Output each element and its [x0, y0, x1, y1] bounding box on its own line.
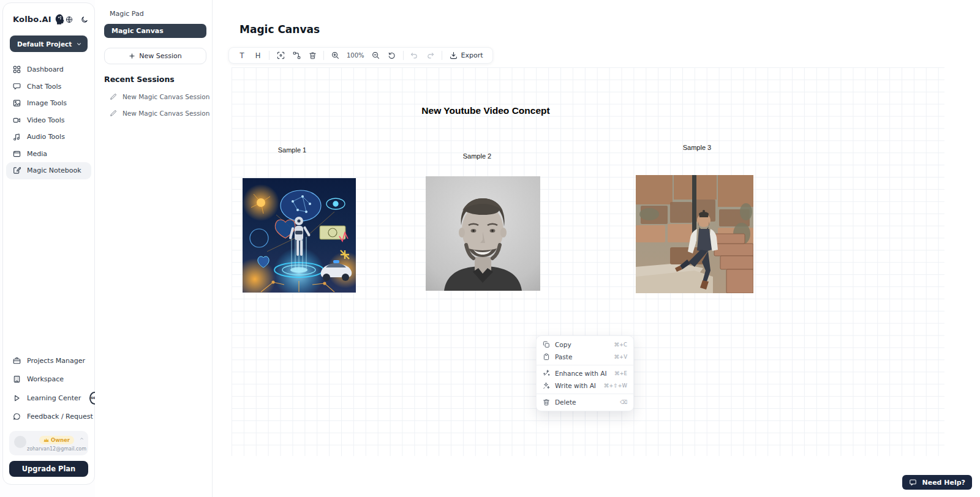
session-item-label: New Magic Canvas Session — [123, 93, 209, 100]
canvas-toolbar: T H 100% Export — [228, 47, 493, 64]
dark-mode-moon-icon[interactable] — [81, 16, 88, 23]
rotate-icon — [388, 51, 396, 59]
menu-item-label: Paste — [555, 353, 572, 361]
sidebar-item-feedback-request[interactable]: Feedback / Request — [3, 408, 94, 427]
tab-magic-pad[interactable]: Magic Pad — [95, 0, 212, 18]
sample-2-label[interactable]: Sample 2 — [456, 152, 499, 160]
sidebar-item-video-tools[interactable]: Video Tools — [3, 112, 94, 129]
menu-item-enhance-with-ai[interactable]: Enhance with AI ⌘+E — [537, 367, 633, 379]
role-badge-label: Owner — [51, 437, 70, 443]
sample-2-image[interactable] — [426, 176, 540, 291]
delete-tool-button[interactable] — [305, 49, 320, 62]
sidebar-item-audio-tools[interactable]: Audio Tools — [3, 129, 94, 146]
play-icon — [13, 394, 21, 402]
toolbar-divider — [442, 51, 442, 60]
trash-icon — [309, 51, 317, 59]
menu-divider — [537, 394, 633, 394]
user-card[interactable]: Owner zoharvan12@gmail.com — [9, 431, 88, 455]
user-menu-chevron-icon — [80, 436, 84, 441]
menu-item-label: Enhance with AI — [555, 370, 607, 377]
sidebar-item-dashboard[interactable]: Dashboard — [3, 61, 94, 78]
magic-wand-icon — [543, 370, 550, 377]
trash-icon — [543, 398, 550, 406]
role-badge: Owner — [39, 436, 74, 444]
sample-3-image[interactable] — [636, 175, 753, 293]
session-item[interactable]: New Magic Canvas Session — [110, 110, 212, 117]
need-help-button[interactable]: Need Help? — [902, 475, 972, 490]
menu-item-paste[interactable]: Paste ⌘+V — [537, 351, 633, 363]
page-title: Magic Canvas — [239, 23, 320, 36]
menu-item-label: Delete — [555, 398, 576, 406]
menu-item-copy[interactable]: Copy ⌘+C — [537, 338, 633, 351]
select-icon — [277, 51, 285, 59]
toolbar-divider — [269, 51, 270, 60]
export-button[interactable]: Export — [446, 51, 487, 59]
canvas-grid[interactable]: New Youtube Video Concept Sample 1 Sampl… — [232, 67, 944, 456]
menu-shortcut: ⌘+C — [614, 342, 627, 348]
menu-shortcut: ⌫ — [620, 399, 627, 405]
menu-shortcut: ⌘+V — [614, 354, 627, 360]
tab-magic-canvas[interactable]: Magic Canvas — [104, 24, 206, 38]
notebook-icon — [13, 166, 21, 174]
sidebar-item-magic-notebook[interactable]: Magic Notebook — [6, 162, 91, 179]
session-item[interactable]: New Magic Canvas Session — [110, 93, 212, 100]
dashboard-icon — [13, 65, 21, 73]
sample-1-label[interactable]: Sample 1 — [271, 146, 314, 154]
tab-magic-canvas-label: Magic Canvas — [111, 27, 164, 35]
clipboard-icon — [543, 353, 550, 361]
sidebar-item-workspace[interactable]: Workspace — [3, 370, 94, 389]
toolbar-divider — [403, 51, 404, 60]
menu-item-delete[interactable]: Delete ⌫ — [537, 396, 633, 408]
recent-sessions-heading: Recent Sessions — [104, 75, 212, 84]
sample-3-label[interactable]: Sample 3 — [676, 144, 718, 151]
menu-item-write-with-ai[interactable]: Write with AI ⌘+⇧+W — [537, 379, 633, 392]
sidebar-item-image-tools[interactable]: Image Tools — [3, 95, 94, 112]
context-menu: Copy ⌘+C Paste ⌘+V Enhance with AI ⌘+E W… — [536, 335, 634, 411]
logo-row: Kolbo.AI — [3, 3, 94, 25]
heading-tool-button[interactable]: H — [251, 49, 265, 62]
audio-icon — [13, 133, 21, 141]
menu-item-label: Copy — [555, 341, 571, 348]
zoom-in-button[interactable] — [328, 49, 342, 62]
redo-icon — [426, 51, 434, 59]
building-icon — [13, 375, 21, 383]
main-area: Magic Canvas T H 100% — [213, 0, 980, 497]
ai-collage-illustration — [243, 178, 356, 293]
reset-view-button[interactable] — [385, 49, 399, 62]
upgrade-plan-label: Upgrade Plan — [22, 465, 76, 473]
sidebar-item-media[interactable]: Media — [3, 146, 94, 163]
sidebar-item-label: Chat Tools — [27, 83, 61, 91]
sidebar-item-label: Video Tools — [27, 116, 64, 124]
help-chat-icon — [909, 479, 917, 486]
image-icon — [13, 99, 21, 107]
chevron-down-icon — [76, 41, 82, 47]
sidebar-item-label: Projects Manager — [27, 357, 85, 365]
sample-1-image[interactable] — [243, 178, 356, 293]
brand-logo: Kolbo.AI — [13, 15, 51, 24]
connector-tool-button[interactable] — [289, 49, 304, 62]
select-tool-button[interactable] — [273, 49, 288, 62]
sidebar-item-learning-center[interactable]: Learning Center 66% — [3, 389, 94, 408]
new-session-button[interactable]: New Session — [104, 48, 206, 64]
toolbar-divider — [323, 51, 324, 60]
zoom-out-button[interactable] — [369, 49, 383, 62]
brand-head-icon — [54, 13, 66, 25]
project-selector[interactable]: Default Project — [10, 36, 88, 52]
sidebar-item-label: Learning Center — [27, 394, 81, 402]
need-help-label: Need Help? — [922, 479, 965, 487]
menu-divider — [537, 365, 633, 365]
text-tool-button[interactable]: T — [235, 49, 249, 62]
copy-icon — [543, 341, 550, 348]
pencil-icon — [110, 93, 117, 100]
sidebar-item-projects-manager[interactable]: Projects Manager — [3, 351, 94, 370]
undo-button[interactable] — [407, 49, 422, 62]
portrait-illustration — [426, 176, 540, 291]
redo-button[interactable] — [423, 49, 438, 62]
sidebar-item-label: Image Tools — [27, 99, 67, 107]
upgrade-plan-button[interactable]: Upgrade Plan — [9, 461, 88, 477]
sidebar-item-chat-tools[interactable]: Chat Tools — [3, 78, 94, 95]
canvas-heading[interactable]: New Youtube Video Concept — [418, 105, 553, 116]
language-globe-icon[interactable] — [66, 16, 73, 23]
sidebar-spacer — [3, 179, 94, 352]
chat-icon — [13, 83, 21, 91]
